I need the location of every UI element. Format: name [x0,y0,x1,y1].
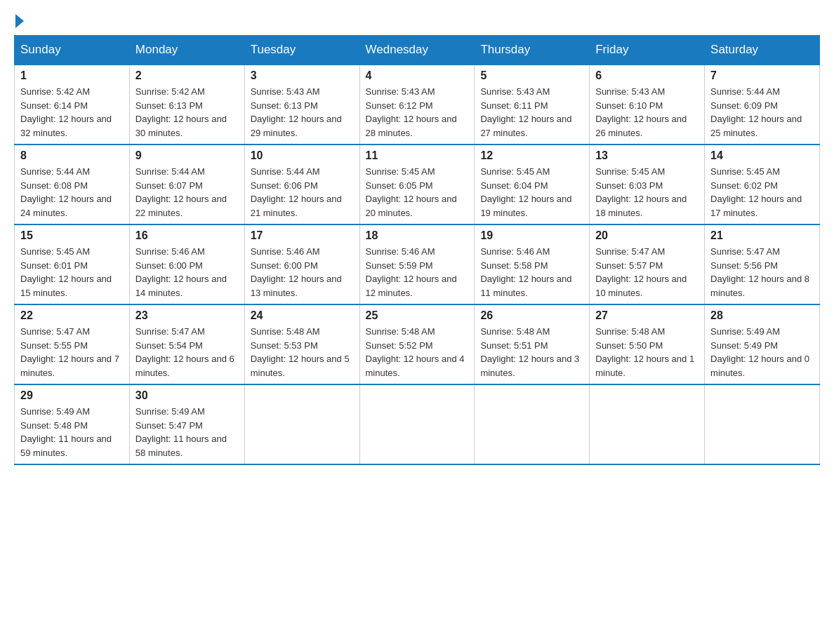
calendar-day-cell [359,384,475,464]
calendar-day-cell: 19 Sunrise: 5:46 AMSunset: 5:58 PMDaylig… [475,224,590,304]
day-info: Sunrise: 5:43 AMSunset: 6:12 PMDaylight:… [366,85,469,140]
day-number: 16 [135,229,239,242]
day-info: Sunrise: 5:49 AMSunset: 5:47 PMDaylight:… [135,405,239,459]
day-number: 17 [251,229,354,242]
calendar-day-cell [590,384,705,464]
calendar-day-cell: 11 Sunrise: 5:45 AMSunset: 6:05 PMDaylig… [359,145,475,224]
calendar-day-cell: 15 Sunrise: 5:45 AMSunset: 6:01 PMDaylig… [15,224,130,304]
calendar-header-row: Sunday Monday Tuesday Wednesday Thursday… [15,36,820,65]
day-number: 13 [595,149,699,162]
calendar-week-row: 29 Sunrise: 5:49 AMSunset: 5:48 PMDaylig… [15,384,820,464]
calendar-day-cell: 8 Sunrise: 5:44 AMSunset: 6:08 PMDayligh… [15,145,130,224]
day-number: 22 [20,309,124,322]
day-info: Sunrise: 5:42 AMSunset: 6:14 PMDaylight:… [20,85,124,140]
calendar-day-cell [475,384,590,464]
calendar-week-row: 1 Sunrise: 5:42 AMSunset: 6:14 PMDayligh… [15,65,820,145]
calendar-day-cell: 27 Sunrise: 5:48 AMSunset: 5:50 PMDaylig… [590,304,705,384]
day-info: Sunrise: 5:45 AMSunset: 6:05 PMDaylight:… [366,165,469,220]
col-monday: Monday [129,36,244,65]
day-info: Sunrise: 5:46 AMSunset: 6:00 PMDaylight:… [135,245,239,300]
calendar-day-cell: 26 Sunrise: 5:48 AMSunset: 5:51 PMDaylig… [475,304,590,384]
day-number: 12 [480,149,583,162]
day-number: 2 [135,69,239,82]
calendar-day-cell: 18 Sunrise: 5:46 AMSunset: 5:59 PMDaylig… [359,224,475,304]
logo [14,14,24,28]
day-info: Sunrise: 5:46 AMSunset: 6:00 PMDaylight:… [251,245,354,300]
calendar-day-cell: 20 Sunrise: 5:47 AMSunset: 5:57 PMDaylig… [590,224,705,304]
day-info: Sunrise: 5:44 AMSunset: 6:09 PMDaylight:… [710,85,814,140]
calendar-day-cell: 5 Sunrise: 5:43 AMSunset: 6:11 PMDayligh… [475,65,590,145]
day-info: Sunrise: 5:45 AMSunset: 6:02 PMDaylight:… [710,165,814,220]
calendar-day-cell: 14 Sunrise: 5:45 AMSunset: 6:02 PMDaylig… [705,145,820,224]
day-info: Sunrise: 5:47 AMSunset: 5:54 PMDaylight:… [135,325,239,380]
calendar-day-cell: 17 Sunrise: 5:46 AMSunset: 6:00 PMDaylig… [244,224,359,304]
calendar-day-cell: 2 Sunrise: 5:42 AMSunset: 6:13 PMDayligh… [129,65,244,145]
calendar-week-row: 22 Sunrise: 5:47 AMSunset: 5:55 PMDaylig… [15,304,820,384]
day-number: 29 [20,389,124,402]
calendar-day-cell: 12 Sunrise: 5:45 AMSunset: 6:04 PMDaylig… [475,145,590,224]
calendar-day-cell [244,384,359,464]
day-info: Sunrise: 5:45 AMSunset: 6:01 PMDaylight:… [20,245,124,300]
day-info: Sunrise: 5:44 AMSunset: 6:07 PMDaylight:… [135,165,239,220]
day-number: 9 [135,149,239,162]
calendar-day-cell: 28 Sunrise: 5:49 AMSunset: 5:49 PMDaylig… [705,304,820,384]
day-number: 26 [480,309,583,322]
col-thursday: Thursday [475,36,590,65]
day-number: 30 [135,389,239,402]
day-info: Sunrise: 5:45 AMSunset: 6:04 PMDaylight:… [480,165,583,220]
calendar-day-cell: 22 Sunrise: 5:47 AMSunset: 5:55 PMDaylig… [15,304,130,384]
day-number: 7 [710,69,814,82]
day-number: 5 [480,69,583,82]
day-info: Sunrise: 5:48 AMSunset: 5:52 PMDaylight:… [366,325,469,380]
calendar-day-cell: 1 Sunrise: 5:42 AMSunset: 6:14 PMDayligh… [15,65,130,145]
day-number: 27 [595,309,699,322]
calendar-week-row: 8 Sunrise: 5:44 AMSunset: 6:08 PMDayligh… [15,145,820,224]
day-info: Sunrise: 5:46 AMSunset: 5:58 PMDaylight:… [480,245,583,300]
day-number: 18 [366,229,469,242]
day-number: 23 [135,309,239,322]
day-info: Sunrise: 5:47 AMSunset: 5:55 PMDaylight:… [20,325,124,380]
calendar-table: Sunday Monday Tuesday Wednesday Thursday… [14,35,820,465]
calendar-day-cell: 6 Sunrise: 5:43 AMSunset: 6:10 PMDayligh… [590,65,705,145]
calendar-day-cell: 7 Sunrise: 5:44 AMSunset: 6:09 PMDayligh… [705,65,820,145]
day-info: Sunrise: 5:43 AMSunset: 6:13 PMDaylight:… [251,85,354,140]
day-number: 11 [366,149,469,162]
day-info: Sunrise: 5:49 AMSunset: 5:48 PMDaylight:… [20,405,124,459]
day-info: Sunrise: 5:47 AMSunset: 5:57 PMDaylight:… [595,245,699,300]
calendar-day-cell: 21 Sunrise: 5:47 AMSunset: 5:56 PMDaylig… [705,224,820,304]
day-number: 20 [595,229,699,242]
day-info: Sunrise: 5:46 AMSunset: 5:59 PMDaylight:… [366,245,469,300]
day-info: Sunrise: 5:42 AMSunset: 6:13 PMDaylight:… [135,85,239,140]
calendar-day-cell: 13 Sunrise: 5:45 AMSunset: 6:03 PMDaylig… [590,145,705,224]
day-info: Sunrise: 5:48 AMSunset: 5:51 PMDaylight:… [480,325,583,380]
day-number: 25 [366,309,469,322]
day-number: 8 [20,149,124,162]
day-info: Sunrise: 5:44 AMSunset: 6:08 PMDaylight:… [20,165,124,220]
calendar-day-cell [705,384,820,464]
day-info: Sunrise: 5:43 AMSunset: 6:10 PMDaylight:… [595,85,699,140]
day-number: 10 [251,149,354,162]
calendar-day-cell: 25 Sunrise: 5:48 AMSunset: 5:52 PMDaylig… [359,304,475,384]
day-number: 24 [251,309,354,322]
day-number: 4 [366,69,469,82]
col-wednesday: Wednesday [359,36,475,65]
col-tuesday: Tuesday [244,36,359,65]
day-number: 19 [480,229,583,242]
col-sunday: Sunday [15,36,130,65]
calendar-day-cell: 3 Sunrise: 5:43 AMSunset: 6:13 PMDayligh… [244,65,359,145]
day-info: Sunrise: 5:47 AMSunset: 5:56 PMDaylight:… [710,245,814,300]
logo-arrow-icon [15,14,24,28]
calendar-day-cell: 30 Sunrise: 5:49 AMSunset: 5:47 PMDaylig… [129,384,244,464]
day-number: 21 [710,229,814,242]
day-info: Sunrise: 5:49 AMSunset: 5:49 PMDaylight:… [710,325,814,380]
day-number: 14 [710,149,814,162]
calendar-day-cell: 16 Sunrise: 5:46 AMSunset: 6:00 PMDaylig… [129,224,244,304]
day-info: Sunrise: 5:45 AMSunset: 6:03 PMDaylight:… [595,165,699,220]
calendar-day-cell: 4 Sunrise: 5:43 AMSunset: 6:12 PMDayligh… [359,65,475,145]
day-info: Sunrise: 5:43 AMSunset: 6:11 PMDaylight:… [480,85,583,140]
col-saturday: Saturday [705,36,820,65]
col-friday: Friday [590,36,705,65]
day-number: 6 [595,69,699,82]
day-number: 1 [20,69,124,82]
calendar-week-row: 15 Sunrise: 5:45 AMSunset: 6:01 PMDaylig… [15,224,820,304]
